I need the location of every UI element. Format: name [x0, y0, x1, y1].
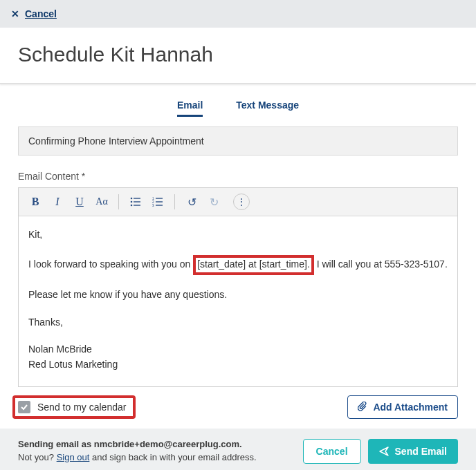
svg-rect-3: [134, 201, 140, 202]
svg-rect-5: [134, 205, 140, 205]
notyou-post: and sign back in with your email address…: [89, 452, 256, 462]
italic-button[interactable]: I: [48, 192, 67, 212]
editor-body[interactable]: Kit, I look forward to speaking with you…: [19, 216, 457, 386]
body-greeting: Kit,: [28, 227, 448, 243]
cancel-link[interactable]: Cancel: [25, 8, 57, 19]
bold-button[interactable]: B: [26, 192, 45, 212]
svg-text:3: 3: [152, 204, 154, 207]
toolbar-divider: [118, 194, 119, 209]
undo-button[interactable]: ↺: [182, 192, 201, 212]
rich-text-editor: B I U Aα 123 ↺ ↻ ⋮ Kit, I look forward t…: [18, 187, 458, 387]
content-area: Confirming Phone Interview Appointment E…: [0, 126, 476, 387]
svg-rect-6: [156, 198, 163, 198]
underline-button[interactable]: U: [70, 192, 89, 212]
sign-out-link[interactable]: Sign out: [57, 452, 90, 462]
top-bar: ✕ Cancel: [0, 0, 476, 28]
body-line1-pre: I look forward to speaking with you on: [28, 258, 190, 270]
email-content-label: Email Content *: [18, 171, 458, 182]
svg-point-0: [131, 198, 133, 200]
redo-button[interactable]: ↻: [204, 192, 223, 212]
footer-info: Sending email as nmcbride+demo@careerplu…: [18, 438, 257, 464]
cancel-button[interactable]: Cancel: [303, 439, 361, 464]
page-title: Schedule Kit Hannah: [18, 43, 458, 66]
footer: Sending email as nmcbride+demo@careerplu…: [0, 429, 476, 470]
editor-toolbar: B I U Aα 123 ↺ ↻ ⋮: [19, 188, 457, 216]
svg-point-4: [131, 205, 133, 207]
send-to-calendar-checkbox[interactable]: [18, 401, 30, 413]
placeholder-highlight: [start_date] at [start_time].: [193, 255, 314, 275]
more-options-button[interactable]: ⋮: [233, 194, 250, 210]
svg-point-2: [131, 201, 133, 203]
number-list-button[interactable]: 123: [148, 192, 167, 212]
calendar-row: Send to my calendar Add Attachment: [0, 387, 476, 429]
title-area: Schedule Kit Hannah: [0, 28, 476, 84]
svg-rect-8: [156, 205, 163, 205]
notyou-pre: Not you?: [18, 452, 57, 462]
text-style-button[interactable]: Aα: [92, 192, 111, 212]
send-to-calendar-highlight: Send to my calendar: [12, 395, 136, 419]
svg-rect-1: [134, 198, 140, 198]
svg-rect-7: [156, 201, 163, 202]
bullet-list-button[interactable]: [126, 192, 145, 212]
body-thanks: Thanks,: [28, 315, 448, 330]
add-attachment-label: Add Attachment: [373, 402, 448, 413]
signature-name: Nolan McBride: [28, 342, 448, 357]
footer-actions: Cancel Send Email: [303, 439, 458, 464]
send-icon: [379, 446, 390, 456]
tab-text-message[interactable]: Text Message: [236, 100, 299, 117]
send-to-calendar-label: Send to my calendar: [37, 402, 126, 413]
body-line2: Please let me know if you have any quest…: [28, 288, 448, 303]
send-email-label: Send Email: [395, 446, 447, 457]
body-line1-post: I will call you at 555-323-5107.: [317, 258, 448, 270]
toolbar-divider: [174, 194, 175, 209]
signature-company: Red Lotus Marketing: [28, 357, 448, 373]
send-email-button[interactable]: Send Email: [368, 439, 458, 464]
paperclip-icon: [358, 402, 367, 413]
sender-line: Sending email as nmcbride+demo@careerplu…: [18, 439, 242, 449]
subject-field[interactable]: Confirming Phone Interview Appointment: [18, 126, 458, 156]
close-icon[interactable]: ✕: [11, 8, 19, 19]
body-line1: I look forward to speaking with you on […: [28, 255, 448, 275]
add-attachment-button[interactable]: Add Attachment: [347, 395, 458, 419]
tab-email[interactable]: Email: [177, 100, 203, 117]
tabs: Email Text Message: [0, 84, 476, 126]
